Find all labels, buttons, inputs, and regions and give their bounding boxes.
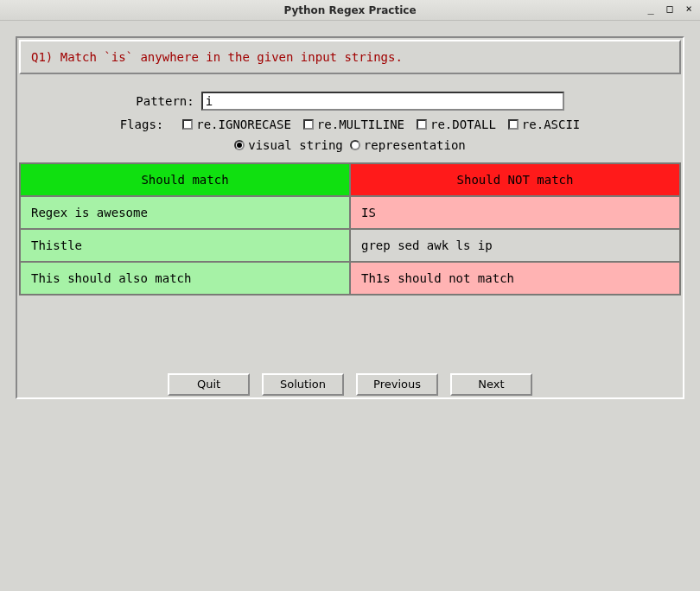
window-controls: _ □ × [643, 2, 697, 17]
radio-label: representation [364, 138, 466, 152]
flags-row: Flags: re.IGNORECASE re.MULTILINE re.DOT… [19, 118, 681, 131]
close-icon[interactable]: × [681, 2, 697, 17]
checkbox-icon[interactable] [417, 119, 427, 130]
flag-label: re.DOTALL [430, 118, 496, 131]
flag-label: re.IGNORECASE [196, 118, 291, 131]
maximize-icon[interactable]: □ [662, 2, 678, 17]
pattern-row: Pattern: [19, 92, 681, 111]
flag-dotall[interactable]: re.DOTALL [417, 118, 496, 131]
match-cell: Regex is awesome [20, 196, 350, 229]
pattern-input[interactable] [201, 92, 564, 111]
radio-label: visual string [248, 138, 343, 152]
table-row: Regex is awesome IS [20, 196, 680, 229]
checkbox-icon[interactable] [508, 119, 519, 130]
view-visual-string[interactable]: visual string [234, 138, 343, 152]
content-frame: Q1) Match `is` anywhere in the given inp… [16, 36, 684, 399]
window-titlebar: Python Regex Practice _ □ × [0, 0, 700, 21]
view-mode-row: visual string representation [19, 138, 681, 152]
next-button[interactable]: Next [450, 373, 532, 396]
pattern-label: Pattern: [136, 94, 194, 108]
solution-button[interactable]: Solution [262, 373, 344, 396]
table-row: This should also match Th1s should not m… [20, 262, 680, 295]
nomatch-cell: Th1s should not match [350, 262, 680, 295]
window-title: Python Regex Practice [0, 4, 700, 16]
nomatch-cell: grep sed awk ls ip [350, 229, 680, 262]
minimize-icon[interactable]: _ [643, 2, 659, 17]
match-cell: This should also match [20, 262, 350, 295]
header-should-match: Should match [20, 163, 350, 196]
results-table: Should match Should NOT match Regex is a… [19, 162, 681, 296]
flags-label: Flags: [120, 118, 164, 131]
action-button-row: Quit Solution Previous Next [19, 373, 681, 396]
checkbox-icon[interactable] [182, 119, 193, 130]
flag-ignorecase[interactable]: re.IGNORECASE [182, 118, 291, 131]
client-area: Q1) Match `is` anywhere in the given inp… [0, 21, 700, 399]
radio-icon[interactable] [234, 140, 245, 150]
question-box: Q1) Match `is` anywhere in the given inp… [19, 40, 681, 74]
flag-label: re.MULTILINE [317, 118, 404, 131]
table-row: Thistle grep sed awk ls ip [20, 229, 680, 262]
results-header-row: Should match Should NOT match [20, 163, 680, 196]
flag-label: re.ASCII [522, 118, 580, 131]
match-cell: Thistle [20, 229, 350, 262]
checkbox-icon[interactable] [303, 119, 314, 130]
previous-button[interactable]: Previous [356, 373, 438, 396]
flag-ascii[interactable]: re.ASCII [508, 118, 580, 131]
question-text: Q1) Match `is` anywhere in the given inp… [31, 50, 403, 64]
view-representation[interactable]: representation [350, 138, 466, 152]
quit-button[interactable]: Quit [168, 373, 250, 396]
flag-multiline[interactable]: re.MULTILINE [303, 118, 404, 131]
nomatch-cell: IS [350, 196, 680, 229]
radio-icon[interactable] [350, 140, 360, 150]
header-should-not-match: Should NOT match [350, 163, 680, 196]
